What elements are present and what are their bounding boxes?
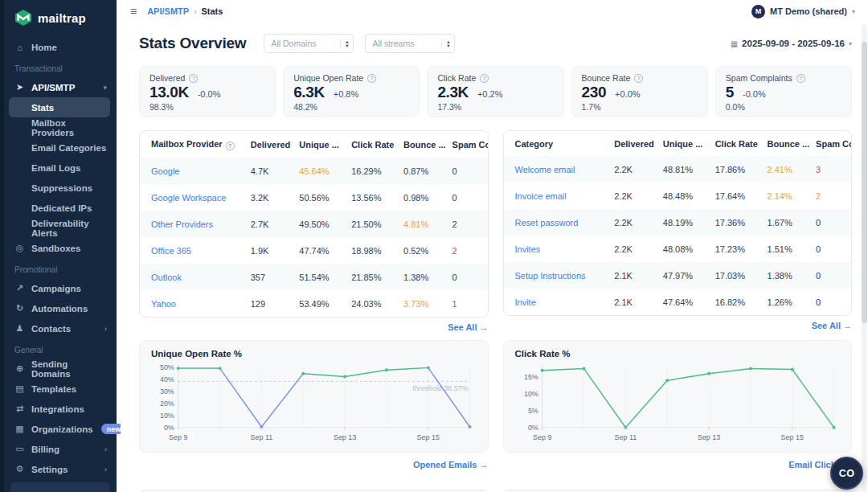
organizations-icon: ▦ <box>14 424 25 434</box>
row-link-google[interactable]: Google <box>140 158 244 184</box>
domains-select[interactable]: All Domains ▴▾ <box>264 34 354 53</box>
row-link-invite[interactable]: Invite <box>504 289 608 315</box>
chart-title: Unique Open Rate % <box>151 349 477 359</box>
breadcrumb-link-api-smtp[interactable]: API/SMTP <box>147 6 189 16</box>
table-cell: 1.38% <box>397 264 446 290</box>
mailtrap-logo[interactable]: mailtrap <box>4 0 117 33</box>
scrollbar-thumb[interactable] <box>862 42 867 323</box>
category-table-card: CategoryDeliveredUnique ...Click RateBou… <box>503 130 853 316</box>
column-header-click-rate: Click Rate <box>709 131 761 156</box>
help-icon[interactable]: ? <box>189 74 198 83</box>
api-smtp-icon: ➤ <box>14 82 25 92</box>
stat-card-label: Click Rate <box>437 73 476 83</box>
help-icon[interactable]: ? <box>367 74 376 83</box>
table-cell: 17.64% <box>709 182 761 209</box>
stat-card-value: 230 <box>582 84 607 101</box>
stat-card-subvalue: 17.3% <box>437 102 553 112</box>
svg-text:Sep 15: Sep 15 <box>417 433 440 441</box>
help-icon[interactable]: ? <box>634 74 643 83</box>
table-row: Yahoo12953.49%24.03%3.73%1 <box>140 290 488 317</box>
sidebar-item-home[interactable]: ⌂Home <box>4 37 117 57</box>
table-cell: 0 <box>446 184 488 211</box>
row-link-invites[interactable]: Invites <box>504 236 608 262</box>
table-cell: 1.9K <box>244 237 293 264</box>
sidebar-item-integrations[interactable]: ⇄Integrations <box>4 399 117 419</box>
sidebar-item-dedicated-ips[interactable]: Dedicated IPs <box>9 198 110 218</box>
see-all-link-categories[interactable]: See All → <box>503 321 853 330</box>
table-cell: 3.2K <box>244 184 293 211</box>
table-cell: 47.97% <box>657 262 709 289</box>
sidebar-nav: ⌂HomeTransactional➤API/SMTP▾StatsMailbox… <box>4 33 117 479</box>
hamburger-icon[interactable]: ≡ <box>130 6 137 17</box>
column-header-delivered: Delivered <box>244 131 293 158</box>
stat-card-label: Unique Open Rate <box>293 73 363 83</box>
stat-card-label: Bounce Rate <box>582 73 631 83</box>
column-header-unique: Unique ... <box>293 131 345 158</box>
row-link-reset-password[interactable]: Reset password <box>504 209 608 236</box>
stat-card-subvalue: 98.3% <box>149 102 265 112</box>
row-link-invoice-email[interactable]: Invoice email <box>504 182 608 209</box>
date-range-value: 2025-09-09 - 2025-09-16 <box>742 39 845 48</box>
sidebar-item-automations[interactable]: ↻Automations <box>4 298 117 318</box>
row-link-other-providers[interactable]: Other Providers <box>140 211 244 237</box>
see-all-link-providers[interactable]: See All → <box>139 322 489 332</box>
sidebar-item-sandboxes[interactable]: ◎Sandboxes <box>4 238 117 258</box>
column-header-category: Category <box>504 131 608 156</box>
table-cell: 48.48% <box>657 182 709 209</box>
sidebar-item-templates[interactable]: ▤Templates <box>4 379 117 399</box>
chevron-down-icon: ▾ <box>849 40 852 47</box>
nav-section-label: Transactional <box>4 57 117 77</box>
row-link-setup-instructions[interactable]: Setup Instructions <box>504 262 608 289</box>
sidebar-item-contacts[interactable]: ♟Contacts› <box>4 318 117 338</box>
help-icon[interactable]: ? <box>796 74 805 83</box>
sandboxes-icon: ◎ <box>14 243 25 253</box>
email-clicks-link[interactable]: Email Clicks → <box>503 460 853 469</box>
table-row: Office 3651.9K47.74%18.98%0.52%2 <box>140 237 488 264</box>
sidebar-item-email-categories[interactable]: Email Categories <box>9 137 110 158</box>
mailbox-provider-table-block: Mailbox Provider?DeliveredUnique ...Clic… <box>139 130 489 332</box>
table-cell: 4.81% <box>397 211 446 237</box>
page-title: Stats Overview <box>139 35 246 52</box>
help-icon[interactable]: ? <box>480 74 489 83</box>
home-icon: ⌂ <box>14 43 25 52</box>
sidebar-bottom-panel <box>10 482 110 492</box>
sidebar-item-campaigns[interactable]: ↗Campaigns <box>4 278 117 298</box>
stat-card-bounce-rate: Bounce Rate?230+0.0%1.7% <box>571 66 708 117</box>
sidebar-item-stats[interactable]: Stats <box>9 97 110 117</box>
streams-select[interactable]: All streams ▴▾ <box>365 34 455 53</box>
sidebar-item-api-smtp[interactable]: ➤API/SMTP▾ <box>4 77 117 97</box>
sidebar-item-billing[interactable]: ▭Billing› <box>4 439 117 459</box>
sidebar-item-sending-domains[interactable]: ⊕Sending Domains <box>4 359 117 379</box>
sidebar-item-settings[interactable]: ⚙Settings› <box>4 459 117 479</box>
content: Stats Overview All Domains ▴▾ All stream… <box>121 23 868 492</box>
row-link-google-workspace[interactable]: Google Workspace <box>140 184 244 211</box>
campaigns-icon: ↗ <box>14 283 25 293</box>
sending-domains-icon: ⊕ <box>14 363 25 374</box>
table-cell: 4.7K <box>244 158 293 184</box>
account-menu[interactable]: M MT Demo (shared) ▾ <box>751 5 855 18</box>
sidebar-item-mailbox-providers[interactable]: Mailbox Providers <box>9 117 110 137</box>
stat-card-delta: -0.0% <box>743 89 766 99</box>
table-cell: 1.67% <box>761 209 810 236</box>
opened-emails-link[interactable]: Opened Emails → <box>139 460 489 469</box>
chat-widget-button[interactable]: CO <box>830 457 863 490</box>
row-link-welcome-email[interactable]: Welcome email <box>504 156 608 182</box>
help-icon[interactable]: ? <box>226 141 235 150</box>
sidebar-item-suppressions[interactable]: Suppressions <box>9 178 110 198</box>
svg-text:Sep 15: Sep 15 <box>780 433 803 441</box>
table-cell: 0.98% <box>397 184 446 211</box>
svg-text:15%: 15% <box>523 373 538 381</box>
row-link-yahoo[interactable]: Yahoo <box>140 290 244 317</box>
date-range-picker[interactable]: ▦ 2025-09-09 - 2025-09-16 ▾ <box>731 39 852 48</box>
click-rate-chart-block: Click Rate %0%5%10%15%Sep 9Sep 11Sep 13S… <box>503 340 853 469</box>
avatar: M <box>751 5 765 18</box>
sidebar-item-organizations[interactable]: ▦Organizationsnew <box>4 419 117 439</box>
sidebar-item-email-logs[interactable]: Email Logs <box>9 158 110 178</box>
chevron-right-icon: › <box>104 465 107 474</box>
row-link-outlook[interactable]: Outlook <box>140 264 244 290</box>
table-cell: 18.98% <box>345 237 397 264</box>
row-link-office-365[interactable]: Office 365 <box>140 237 244 264</box>
stat-card-delta: +0.2% <box>477 89 503 99</box>
table-cell: 45.64% <box>293 158 345 184</box>
sidebar-item-deliverability-alerts[interactable]: Deliverability Alerts <box>9 218 110 238</box>
